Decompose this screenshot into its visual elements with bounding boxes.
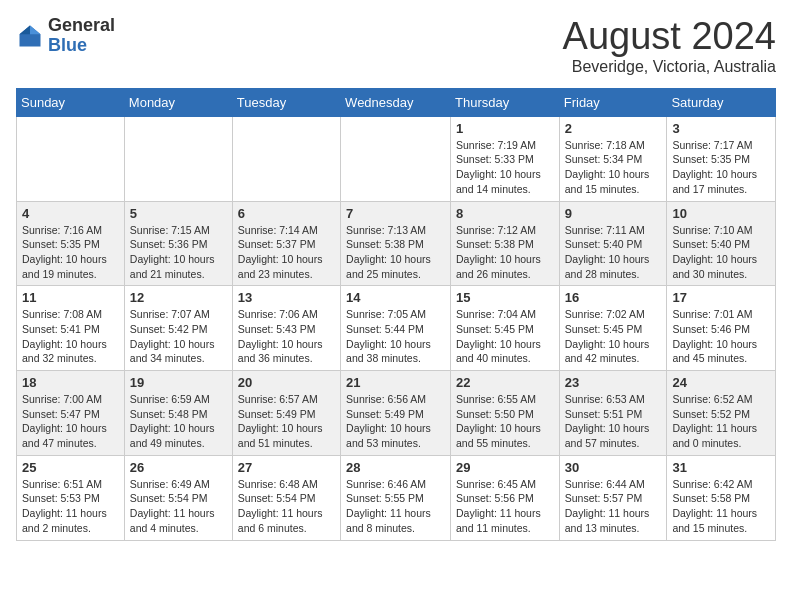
cell-0-6: 3Sunrise: 7:17 AM Sunset: 5:35 PM Daylig… (667, 116, 776, 201)
cell-content: Sunrise: 7:11 AM Sunset: 5:40 PM Dayligh… (565, 223, 662, 282)
location-title: Beveridge, Victoria, Australia (563, 58, 776, 76)
header-friday: Friday (559, 88, 667, 116)
cell-content: Sunrise: 6:57 AM Sunset: 5:49 PM Dayligh… (238, 392, 335, 451)
week-row-3: 18Sunrise: 7:00 AM Sunset: 5:47 PM Dayli… (17, 371, 776, 456)
cell-content: Sunrise: 6:49 AM Sunset: 5:54 PM Dayligh… (130, 477, 227, 536)
cell-content: Sunrise: 7:12 AM Sunset: 5:38 PM Dayligh… (456, 223, 554, 282)
cell-content: Sunrise: 7:02 AM Sunset: 5:45 PM Dayligh… (565, 307, 662, 366)
cell-0-2 (232, 116, 340, 201)
day-number: 15 (456, 290, 554, 305)
cell-content: Sunrise: 6:56 AM Sunset: 5:49 PM Dayligh… (346, 392, 445, 451)
cell-3-6: 24Sunrise: 6:52 AM Sunset: 5:52 PM Dayli… (667, 371, 776, 456)
logo: General Blue (16, 16, 115, 56)
header-wednesday: Wednesday (341, 88, 451, 116)
cell-2-5: 16Sunrise: 7:02 AM Sunset: 5:45 PM Dayli… (559, 286, 667, 371)
day-number: 8 (456, 206, 554, 221)
day-number: 18 (22, 375, 119, 390)
cell-2-6: 17Sunrise: 7:01 AM Sunset: 5:46 PM Dayli… (667, 286, 776, 371)
title-block: August 2024 Beveridge, Victoria, Austral… (563, 16, 776, 76)
week-row-4: 25Sunrise: 6:51 AM Sunset: 5:53 PM Dayli… (17, 455, 776, 540)
day-number: 19 (130, 375, 227, 390)
cell-content: Sunrise: 7:00 AM Sunset: 5:47 PM Dayligh… (22, 392, 119, 451)
day-number: 11 (22, 290, 119, 305)
day-number: 12 (130, 290, 227, 305)
day-number: 27 (238, 460, 335, 475)
cell-4-0: 25Sunrise: 6:51 AM Sunset: 5:53 PM Dayli… (17, 455, 125, 540)
cell-content: Sunrise: 7:13 AM Sunset: 5:38 PM Dayligh… (346, 223, 445, 282)
day-number: 1 (456, 121, 554, 136)
cell-3-0: 18Sunrise: 7:00 AM Sunset: 5:47 PM Dayli… (17, 371, 125, 456)
calendar-header-row: SundayMondayTuesdayWednesdayThursdayFrid… (17, 88, 776, 116)
week-row-2: 11Sunrise: 7:08 AM Sunset: 5:41 PM Dayli… (17, 286, 776, 371)
cell-1-3: 7Sunrise: 7:13 AM Sunset: 5:38 PM Daylig… (341, 201, 451, 286)
cell-1-1: 5Sunrise: 7:15 AM Sunset: 5:36 PM Daylig… (124, 201, 232, 286)
cell-3-5: 23Sunrise: 6:53 AM Sunset: 5:51 PM Dayli… (559, 371, 667, 456)
cell-content: Sunrise: 7:07 AM Sunset: 5:42 PM Dayligh… (130, 307, 227, 366)
cell-content: Sunrise: 6:52 AM Sunset: 5:52 PM Dayligh… (672, 392, 770, 451)
cell-4-2: 27Sunrise: 6:48 AM Sunset: 5:54 PM Dayli… (232, 455, 340, 540)
logo-general: General (48, 15, 115, 35)
day-number: 22 (456, 375, 554, 390)
day-number: 26 (130, 460, 227, 475)
day-number: 29 (456, 460, 554, 475)
cell-2-4: 15Sunrise: 7:04 AM Sunset: 5:45 PM Dayli… (451, 286, 560, 371)
cell-content: Sunrise: 6:51 AM Sunset: 5:53 PM Dayligh… (22, 477, 119, 536)
day-number: 2 (565, 121, 662, 136)
cell-content: Sunrise: 7:15 AM Sunset: 5:36 PM Dayligh… (130, 223, 227, 282)
cell-content: Sunrise: 6:53 AM Sunset: 5:51 PM Dayligh… (565, 392, 662, 451)
day-number: 30 (565, 460, 662, 475)
day-number: 10 (672, 206, 770, 221)
cell-4-3: 28Sunrise: 6:46 AM Sunset: 5:55 PM Dayli… (341, 455, 451, 540)
cell-1-5: 9Sunrise: 7:11 AM Sunset: 5:40 PM Daylig… (559, 201, 667, 286)
day-number: 31 (672, 460, 770, 475)
day-number: 24 (672, 375, 770, 390)
day-number: 9 (565, 206, 662, 221)
cell-content: Sunrise: 7:14 AM Sunset: 5:37 PM Dayligh… (238, 223, 335, 282)
day-number: 5 (130, 206, 227, 221)
cell-content: Sunrise: 6:55 AM Sunset: 5:50 PM Dayligh… (456, 392, 554, 451)
week-row-0: 1Sunrise: 7:19 AM Sunset: 5:33 PM Daylig… (17, 116, 776, 201)
cell-content: Sunrise: 6:44 AM Sunset: 5:57 PM Dayligh… (565, 477, 662, 536)
page-header: General Blue August 2024 Beveridge, Vict… (16, 16, 776, 76)
cell-1-2: 6Sunrise: 7:14 AM Sunset: 5:37 PM Daylig… (232, 201, 340, 286)
header-tuesday: Tuesday (232, 88, 340, 116)
month-title: August 2024 (563, 16, 776, 58)
day-number: 6 (238, 206, 335, 221)
svg-marker-1 (30, 25, 41, 34)
day-number: 4 (22, 206, 119, 221)
cell-4-6: 31Sunrise: 6:42 AM Sunset: 5:58 PM Dayli… (667, 455, 776, 540)
day-number: 23 (565, 375, 662, 390)
cell-4-1: 26Sunrise: 6:49 AM Sunset: 5:54 PM Dayli… (124, 455, 232, 540)
logo-text: General Blue (48, 16, 115, 56)
day-number: 3 (672, 121, 770, 136)
cell-content: Sunrise: 7:16 AM Sunset: 5:35 PM Dayligh… (22, 223, 119, 282)
cell-4-5: 30Sunrise: 6:44 AM Sunset: 5:57 PM Dayli… (559, 455, 667, 540)
cell-content: Sunrise: 6:59 AM Sunset: 5:48 PM Dayligh… (130, 392, 227, 451)
cell-0-3 (341, 116, 451, 201)
calendar-table: SundayMondayTuesdayWednesdayThursdayFrid… (16, 88, 776, 541)
cell-3-1: 19Sunrise: 6:59 AM Sunset: 5:48 PM Dayli… (124, 371, 232, 456)
day-number: 28 (346, 460, 445, 475)
header-thursday: Thursday (451, 88, 560, 116)
logo-icon (16, 22, 44, 50)
cell-1-0: 4Sunrise: 7:16 AM Sunset: 5:35 PM Daylig… (17, 201, 125, 286)
cell-content: Sunrise: 7:01 AM Sunset: 5:46 PM Dayligh… (672, 307, 770, 366)
svg-marker-2 (20, 25, 31, 34)
cell-2-2: 13Sunrise: 7:06 AM Sunset: 5:43 PM Dayli… (232, 286, 340, 371)
logo-blue: Blue (48, 35, 87, 55)
cell-0-1 (124, 116, 232, 201)
day-number: 13 (238, 290, 335, 305)
cell-content: Sunrise: 6:46 AM Sunset: 5:55 PM Dayligh… (346, 477, 445, 536)
day-number: 16 (565, 290, 662, 305)
week-row-1: 4Sunrise: 7:16 AM Sunset: 5:35 PM Daylig… (17, 201, 776, 286)
cell-content: Sunrise: 7:18 AM Sunset: 5:34 PM Dayligh… (565, 138, 662, 197)
header-sunday: Sunday (17, 88, 125, 116)
cell-content: Sunrise: 7:10 AM Sunset: 5:40 PM Dayligh… (672, 223, 770, 282)
cell-3-2: 20Sunrise: 6:57 AM Sunset: 5:49 PM Dayli… (232, 371, 340, 456)
cell-content: Sunrise: 7:04 AM Sunset: 5:45 PM Dayligh… (456, 307, 554, 366)
header-saturday: Saturday (667, 88, 776, 116)
day-number: 21 (346, 375, 445, 390)
cell-2-0: 11Sunrise: 7:08 AM Sunset: 5:41 PM Dayli… (17, 286, 125, 371)
cell-0-0 (17, 116, 125, 201)
cell-content: Sunrise: 6:42 AM Sunset: 5:58 PM Dayligh… (672, 477, 770, 536)
